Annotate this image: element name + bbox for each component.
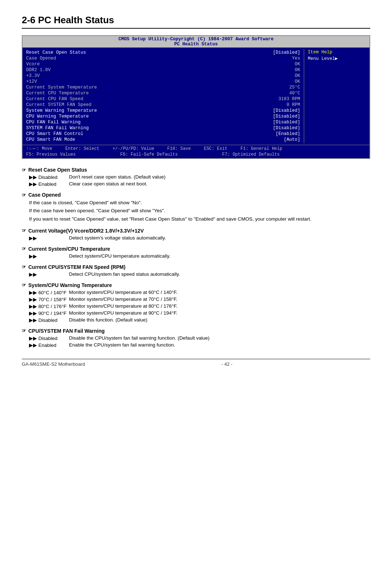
section-current-fan: ☞Current CPU/SYSTEM FAN Speed (RPM)▶▶Det…: [22, 264, 370, 277]
section-paragraph: If the case have been opened, "Case Open…: [22, 207, 370, 214]
bios-help-panel: Item Help Menu Level▶: [304, 49, 369, 143]
footer-model: GA-M61SME-S2 Motherboard: [22, 361, 85, 367]
bios-body: Reset Case Open Status[Disabled]Case Ope…: [23, 48, 369, 145]
section-title: ☞Case Opened: [22, 192, 370, 198]
bios-row: +3.3VOK: [26, 73, 300, 79]
list-item: ▶▶ EnabledEnable the CPU/system fan fail…: [22, 342, 370, 348]
item-description: Detect CPU/system fan speed status autom…: [69, 271, 370, 277]
section-arrow: ☞: [22, 192, 26, 198]
bios-row: Current CPU FAN Speed3183 RPM: [26, 96, 300, 102]
menu-level: Menu Level▶: [308, 56, 366, 61]
item-bullet: ▶▶ Disabled: [29, 335, 69, 341]
section-current-temp: ☞Current System/CPU Temperature▶▶Detect …: [22, 246, 370, 259]
section-title: ☞Current Voltage(V) Vcore/DDR2 1.8V/+3.3…: [22, 228, 370, 234]
item-bullet: ▶▶ 80°C / 176°F: [29, 303, 69, 309]
list-item: ▶▶Detect system's voltage status automat…: [22, 235, 370, 241]
item-bullet: ▶▶ Enabled: [29, 181, 69, 187]
bios-row: Current CPU Temperature40°C: [26, 90, 300, 96]
bios-row: CPU FAN Fail Warning[Disabled]: [26, 119, 300, 125]
item-description: Monitor system/CPU temperature at 80°C /…: [69, 303, 370, 309]
item-description: Detect system's voltage status automatic…: [69, 235, 370, 241]
section-arrow: ☞: [22, 328, 26, 333]
section-arrow: ☞: [22, 264, 26, 270]
item-description: Detect system/CPU temperature automatica…: [69, 253, 370, 259]
page-footer: GA-M61SME-S2 Motherboard - 42 -: [22, 359, 370, 367]
item-bullet: ▶▶ Enabled: [29, 342, 69, 348]
bios-row: Case OpenedYes: [26, 56, 300, 61]
section-title: ☞Current System/CPU Temperature: [22, 246, 370, 252]
bios-row: Current SYSTEM FAN Speed0 RPM: [26, 102, 300, 108]
bios-footer: ↑↓→←: Move Enter: Select +/-/PU/PD: Valu…: [23, 145, 369, 158]
section-warning-temp: ☞System/CPU Warning Temperature▶▶ 60°C /…: [22, 282, 370, 323]
bios-row: CPU Smart FAN Mode[Auto]: [26, 137, 300, 143]
item-description: Monitor system/CPU temperature at 60°C /…: [69, 290, 370, 295]
list-item: ▶▶Detect CPU/system fan speed status aut…: [22, 271, 370, 277]
bios-row: CPU Smart FAN Control[Enabled]: [26, 131, 300, 137]
item-bullet: ▶▶ Disabled: [29, 317, 69, 323]
item-description: Monitor system/CPU temperature at 90°C /…: [69, 310, 370, 316]
bios-row: VcoreOK: [26, 61, 300, 67]
section-case-opened: ☞Case OpenedIf the case is closed, "Case…: [22, 192, 370, 223]
item-description: Clear case open status at next boot.: [69, 181, 370, 187]
bios-row: Current System Temperature25°C: [26, 85, 300, 90]
bios-screen: CMOS Setup Utility-Copyright (C) 1984-20…: [22, 35, 370, 159]
list-item: ▶▶Detect system/CPU temperature automati…: [22, 253, 370, 259]
footer-page: - 42 -: [221, 361, 232, 367]
section-paragraph: If you want to reset "Case Opened" value…: [22, 216, 370, 223]
list-item: ▶▶ DisabledDon't reset case open status.…: [22, 174, 370, 180]
bios-row: CPU Warning Temperature[Disabled]: [26, 114, 300, 119]
item-description: Disable this function. (Default value): [69, 317, 370, 323]
section-arrow: ☞: [22, 246, 26, 251]
list-item: ▶▶ 60°C / 140°FMonitor system/CPU temper…: [22, 290, 370, 295]
page-title: 2-6 PC Health Status: [22, 15, 370, 29]
list-item: ▶▶ 90°C / 194°FMonitor system/CPU temper…: [22, 310, 370, 316]
item-bullet: ▶▶: [29, 253, 69, 259]
bios-header: CMOS Setup Utility-Copyright (C) 1984-20…: [23, 36, 369, 48]
bios-row: Reset Case Open Status[Disabled]: [26, 50, 300, 56]
footer-right: [369, 361, 370, 367]
item-bullet: ▶▶: [29, 271, 69, 277]
list-item: ▶▶ EnabledClear case open status at next…: [22, 181, 370, 187]
list-item: ▶▶ 70°C / 158°FMonitor system/CPU temper…: [22, 296, 370, 302]
bios-row: DDR2 1.8VOK: [26, 67, 300, 73]
bios-main-panel: Reset Case Open Status[Disabled]Case Ope…: [23, 49, 304, 143]
item-description: Monitor system/CPU temperature at 70°C /…: [69, 296, 370, 302]
item-bullet: ▶▶ 90°C / 194°F: [29, 310, 69, 316]
section-arrow: ☞: [22, 282, 26, 288]
section-paragraph: If the case is closed, "Case Opened" wil…: [22, 199, 370, 206]
section-title: ☞Reset Case Open Status: [22, 167, 370, 173]
bios-row: +12VOK: [26, 79, 300, 85]
item-description: Enable the CPU/system fan fail warning f…: [69, 342, 370, 348]
section-current-voltage: ☞Current Voltage(V) Vcore/DDR2 1.8V/+3.3…: [22, 228, 370, 241]
item-bullet: ▶▶ Disabled: [29, 174, 69, 180]
item-bullet: ▶▶ 60°C / 140°F: [29, 290, 69, 295]
section-arrow: ☞: [22, 167, 26, 173]
list-item: ▶▶ DisabledDisable the CPU/system fan fa…: [22, 335, 370, 341]
item-description: Disable the CPU/system fan fail warning …: [69, 335, 370, 341]
bios-row: SYSTEM FAN Fail Warning[Disabled]: [26, 125, 300, 131]
content-sections: ☞Reset Case Open Status▶▶ DisabledDon't …: [22, 167, 370, 348]
item-description: Don't reset case open status. (Default v…: [69, 174, 370, 180]
section-fan-fail: ☞CPU/SYSTEM FAN Fail Warning▶▶ DisabledD…: [22, 328, 370, 348]
section-title: ☞Current CPU/SYSTEM FAN Speed (RPM): [22, 264, 370, 270]
item-help-label: Item Help: [308, 50, 366, 55]
section-arrow: ☞: [22, 228, 26, 233]
section-title: ☞System/CPU Warning Temperature: [22, 282, 370, 288]
list-item: ▶▶ 80°C / 176°FMonitor system/CPU temper…: [22, 303, 370, 309]
bios-row: System Warning Temperature[Disabled]: [26, 108, 300, 114]
list-item: ▶▶ DisabledDisable this function. (Defau…: [22, 317, 370, 323]
section-title: ☞CPU/SYSTEM FAN Fail Warning: [22, 328, 370, 334]
section-reset-case: ☞Reset Case Open Status▶▶ DisabledDon't …: [22, 167, 370, 187]
item-bullet: ▶▶: [29, 235, 69, 241]
item-bullet: ▶▶ 70°C / 158°F: [29, 296, 69, 302]
